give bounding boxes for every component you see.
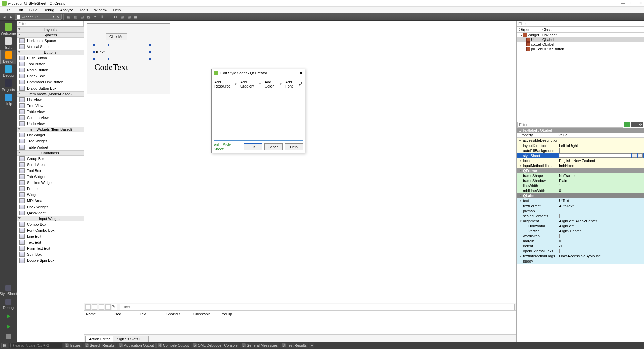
layout-v-icon[interactable]: ▥: [72, 14, 78, 20]
menu-window[interactable]: Window: [91, 7, 110, 13]
widget-filter-input[interactable]: [17, 21, 84, 27]
widget-dialog-button-box[interactable]: Dialog Button Box: [17, 85, 84, 91]
mode-design[interactable]: Design: [0, 50, 16, 64]
stylesheet-editor[interactable]: [214, 91, 303, 141]
property-row-linewidth[interactable]: lineWidth1: [517, 183, 644, 188]
property-row-wordwrap[interactable]: wordWrap: [517, 233, 644, 238]
property-row-margin[interactable]: margin0: [517, 238, 644, 243]
output-pane-test-results[interactable]: 8 Test Results: [280, 343, 308, 348]
output-pane-search-results[interactable]: 2 Search Results: [83, 343, 116, 348]
menu-edit[interactable]: Edit: [14, 7, 26, 13]
layout-hsplit-icon[interactable]: ≡: [92, 14, 98, 20]
property-row-qlabel[interactable]: ▾QLabel: [517, 193, 644, 198]
property-row-midlinewidth[interactable]: midLineWidth0: [517, 188, 644, 193]
mode-debug[interactable]: Debug: [0, 64, 16, 78]
widget-double-spin-box[interactable]: Double Spin Box: [17, 257, 84, 264]
property-row-buddy[interactable]: buddy: [517, 258, 644, 264]
dialog-add-color[interactable]: Add Color: [264, 80, 278, 89]
help-button[interactable]: Help: [285, 143, 303, 150]
widget-radio-button[interactable]: Radio Button: [17, 67, 84, 73]
widgetgroup-layouts[interactable]: Layouts: [17, 27, 84, 32]
widget-push-button[interactable]: Push Button: [17, 55, 84, 61]
dialog-add-gradient[interactable]: Add Gradient: [240, 80, 257, 89]
widget-widget[interactable]: Widget: [17, 192, 84, 198]
widget-tree-view[interactable]: Tree View: [17, 103, 84, 109]
property-row-qframe[interactable]: ▾QFrame: [517, 168, 644, 173]
tab-signals-slots-e-[interactable]: Signals Slots E...: [113, 336, 148, 342]
widget-undo-view[interactable]: Undo View: [17, 121, 84, 127]
property-row-openexternallinks[interactable]: openExternalLinks: [517, 248, 644, 253]
maximize-icon[interactable]: ☐: [630, 1, 634, 5]
widgetgroup-item-views-model-based-[interactable]: Item Views (Model-Based): [17, 91, 84, 97]
nav-back-icon[interactable]: ◄: [1, 14, 7, 20]
adjust-size-icon[interactable]: ⊡: [112, 14, 118, 20]
output-pane-issues[interactable]: 1 Issues: [63, 343, 82, 348]
preview-icon[interactable]: ▦: [133, 14, 139, 20]
property-row-indent[interactable]: indent-1: [517, 243, 644, 248]
form-label-codetext[interactable]: CodeText: [94, 62, 128, 72]
chevron-down-icon[interactable]: ▼: [234, 82, 238, 86]
mode-edit[interactable]: Edit: [0, 36, 16, 50]
object-row[interactable]: ▾WidgetQWidget: [517, 33, 644, 37]
dialog-add-resource[interactable]: Add Resource: [214, 80, 233, 89]
property-row-stylesheet[interactable]: styleSheet...↺: [517, 153, 644, 158]
run-button[interactable]: [0, 311, 16, 322]
build-button[interactable]: [0, 332, 16, 342]
property-row-inputmethodhints[interactable]: ▸inputMethodHintsImhNone: [517, 163, 644, 168]
menu-debug[interactable]: Debug: [41, 7, 57, 13]
widget-horizontal-spacer[interactable]: Horizontal Spacer: [17, 38, 84, 44]
ok-button[interactable]: OK: [244, 143, 262, 150]
property-row-pixmap[interactable]: pixmap: [517, 208, 644, 213]
minimize-icon[interactable]: —: [621, 1, 625, 5]
paste-action-icon[interactable]: [99, 304, 104, 310]
chevron-down-icon[interactable]: ▼: [52, 15, 55, 18]
property-row-text[interactable]: ▸textUiText: [517, 198, 644, 203]
menu-build[interactable]: Build: [27, 7, 40, 13]
widget-mdi-area[interactable]: MDI Area: [17, 198, 84, 204]
property-row-alignment[interactable]: ▾alignmentAlignLeft, AlignVCenter: [517, 218, 644, 223]
form-label-uitext[interactable]: UiText: [94, 45, 150, 59]
property-row-frameshape[interactable]: frameShapeNoFrame: [517, 173, 644, 178]
widget-command-link-button[interactable]: Command Link Button: [17, 79, 84, 85]
output-pane-general-messages[interactable]: 6 General Messages: [240, 343, 279, 348]
property-row-locale[interactable]: ▸localeEnglish, New Zealand: [517, 158, 644, 163]
remove-property-icon[interactable]: –: [631, 122, 637, 127]
kit-stylesheet[interactable]: StyleSheet: [0, 283, 16, 297]
widgetgroup-input-widgets[interactable]: Input Widgets: [17, 216, 84, 221]
widget-tab-widget[interactable]: Tab Widget: [17, 174, 84, 180]
layout-vsplit-icon[interactable]: ⦀: [99, 14, 105, 20]
output-pane-compile-output[interactable]: 4 Compile Output: [156, 343, 191, 348]
dialog-close-icon[interactable]: ✕: [299, 70, 303, 76]
property-row-accessibledescription[interactable]: ▸accessibleDescription: [517, 138, 644, 143]
output-toggle-icon[interactable]: ≡: [309, 343, 314, 348]
widget-combo-box[interactable]: Combo Box: [17, 221, 84, 227]
property-row-frameshadow[interactable]: frameShadowPlain: [517, 178, 644, 183]
property-row-scaledcontents[interactable]: scaledContents: [517, 213, 644, 218]
property-row-autofillbackground[interactable]: autoFillBackground: [517, 148, 644, 153]
widgetgroup-containers[interactable]: Containers: [17, 150, 84, 156]
close-icon[interactable]: ✕: [639, 1, 642, 5]
break-layout-icon[interactable]: ⊞: [106, 14, 112, 20]
widget-text-edit[interactable]: Text Edit: [17, 239, 84, 245]
run-debug-button[interactable]: [0, 322, 16, 332]
widget-tool-button[interactable]: Tool Button: [17, 61, 84, 67]
form-canvas[interactable]: Click Me UiText CodeText: [87, 23, 170, 94]
toggle-sidebar-icon[interactable]: ▤: [1, 343, 8, 348]
menu-file[interactable]: File: [2, 7, 13, 13]
widgetgroup-buttons[interactable]: Buttons: [17, 50, 84, 55]
tab-action-editor[interactable]: Action Editor: [85, 336, 113, 342]
magic-wand-icon[interactable]: ✎: [112, 304, 117, 310]
mode-welcome[interactable]: Welcome: [0, 22, 16, 36]
delete-action-icon[interactable]: [105, 304, 111, 310]
new-action-icon[interactable]: [85, 304, 91, 310]
property-row-textinteractionflags[interactable]: ▸textInteractionFlagsLinksAccessibleByMo…: [517, 253, 644, 258]
widget-tool-box[interactable]: Tool Box: [17, 168, 84, 174]
mode-help[interactable]: Help: [0, 93, 16, 107]
output-pane-application-output[interactable]: 3 Application Output: [117, 343, 156, 348]
widget-table-widget[interactable]: Table Widget: [17, 144, 84, 150]
chevron-down-icon[interactable]: ▼: [279, 82, 283, 86]
widget-plain-text-edit[interactable]: Plain Text Edit: [17, 245, 84, 251]
locator-input[interactable]: Type to locate (Ctrl+K): [9, 343, 62, 348]
widget-vertical-spacer[interactable]: Vertical Spacer: [17, 44, 84, 50]
copy-action-icon[interactable]: [92, 304, 97, 310]
